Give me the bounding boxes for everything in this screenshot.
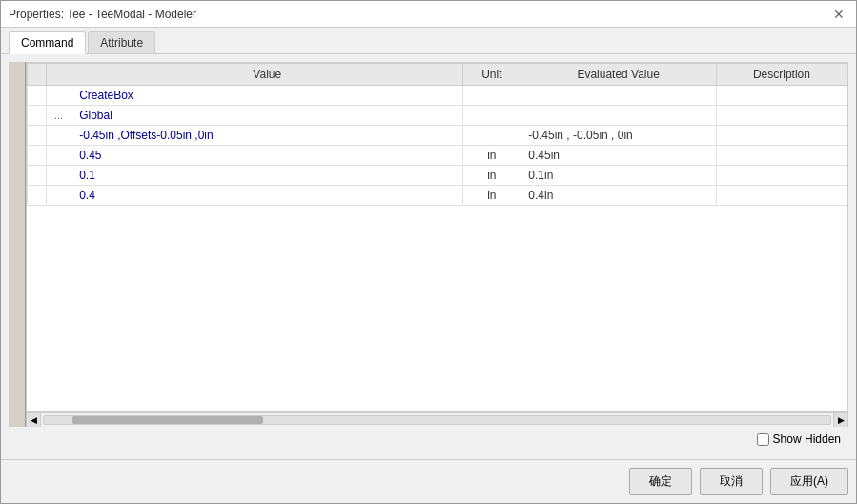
row-evaluated-3: 0.45in (520, 146, 717, 166)
row-unit-3: in (463, 146, 520, 166)
row-icon-2 (47, 126, 71, 146)
row-value-2[interactable]: -0.45in ,Offsets-0.05in ,0in (71, 126, 463, 146)
row-check-2 (28, 126, 47, 146)
left-strip (9, 62, 26, 427)
scroll-right-button[interactable]: ▶ (833, 413, 848, 428)
table-row: ...Global (28, 106, 847, 126)
row-check-0 (28, 86, 47, 106)
ok-button[interactable]: 确定 (629, 468, 692, 495)
scroll-track[interactable] (43, 415, 831, 425)
row-evaluated-2: -0.45in , -0.05in , 0in (520, 126, 717, 146)
row-evaluated-5: 0.4in (520, 186, 717, 206)
tab-command[interactable]: Command (9, 31, 86, 54)
row-description-4 (716, 166, 847, 186)
tab-attribute[interactable]: Attribute (88, 31, 155, 53)
scroll-thumb[interactable] (72, 416, 263, 424)
row-icon-5 (47, 186, 71, 206)
row-unit-0 (463, 86, 520, 106)
apply-button[interactable]: 应用(A) (770, 468, 848, 495)
row-description-5 (716, 186, 847, 206)
row-unit-2 (463, 126, 520, 146)
horizontal-scrollbar[interactable]: ◀ ▶ (26, 412, 848, 427)
close-button[interactable]: ✕ (829, 8, 848, 21)
col-header-description: Description (716, 64, 847, 86)
row-unit-5: in (463, 186, 520, 206)
row-description-3 (716, 146, 847, 166)
row-description-1 (716, 106, 847, 126)
row-unit-4: in (463, 166, 520, 186)
row-evaluated-0 (520, 86, 717, 106)
row-icon-3 (47, 146, 71, 166)
show-hidden-row: Show Hidden (9, 427, 848, 452)
row-icon-1: ... (47, 106, 71, 126)
row-evaluated-4: 0.1in (520, 166, 717, 186)
row-icon-4 (47, 166, 71, 186)
table-row: CreateBox (28, 86, 847, 106)
properties-table-wrapper[interactable]: Value Unit Evaluated Value Description C… (26, 62, 848, 412)
row-evaluated-1 (520, 106, 717, 126)
table-row: 0.45in0.45in (28, 146, 847, 166)
row-check-4 (28, 166, 47, 186)
row-unit-1 (463, 106, 520, 126)
row-description-0 (716, 86, 847, 106)
row-check-5 (28, 186, 47, 206)
bottom-buttons: 确定 取消 应用(A) (1, 459, 856, 503)
row-check-3 (28, 146, 47, 166)
col-header-icon (47, 64, 71, 86)
table-row: 0.4in0.4in (28, 186, 847, 206)
col-header-unit: Unit (463, 64, 520, 86)
row-value-3[interactable]: 0.45 (71, 146, 463, 166)
row-value-4[interactable]: 0.1 (71, 166, 463, 186)
properties-window: Properties: Tee - TeeModal - Modeler ✕ C… (0, 0, 857, 504)
row-icon-0 (47, 86, 71, 106)
properties-table: Value Unit Evaluated Value Description C… (27, 63, 847, 206)
row-check-1 (28, 106, 47, 126)
cancel-button[interactable]: 取消 (700, 468, 763, 495)
main-content: Value Unit Evaluated Value Description C… (1, 54, 856, 459)
col-header-value: Value (71, 64, 463, 86)
scroll-left-button[interactable]: ◀ (26, 413, 41, 428)
table-row: 0.1in0.1in (28, 166, 847, 186)
show-hidden-label[interactable]: Show Hidden (757, 433, 841, 446)
col-header-check (28, 64, 47, 86)
show-hidden-checkbox[interactable] (757, 433, 769, 446)
tabs-bar: Command Attribute (1, 28, 856, 54)
title-bar: Properties: Tee - TeeModal - Modeler ✕ (1, 1, 856, 28)
window-title: Properties: Tee - TeeModal - Modeler (9, 8, 196, 21)
table-row: -0.45in ,Offsets-0.05in ,0in-0.45in , -0… (28, 126, 847, 146)
col-header-evaluated: Evaluated Value (520, 64, 717, 86)
row-description-2 (716, 126, 847, 146)
row-value-5[interactable]: 0.4 (71, 186, 463, 206)
row-value-0[interactable]: CreateBox (71, 86, 463, 106)
row-value-1[interactable]: Global (71, 106, 463, 126)
